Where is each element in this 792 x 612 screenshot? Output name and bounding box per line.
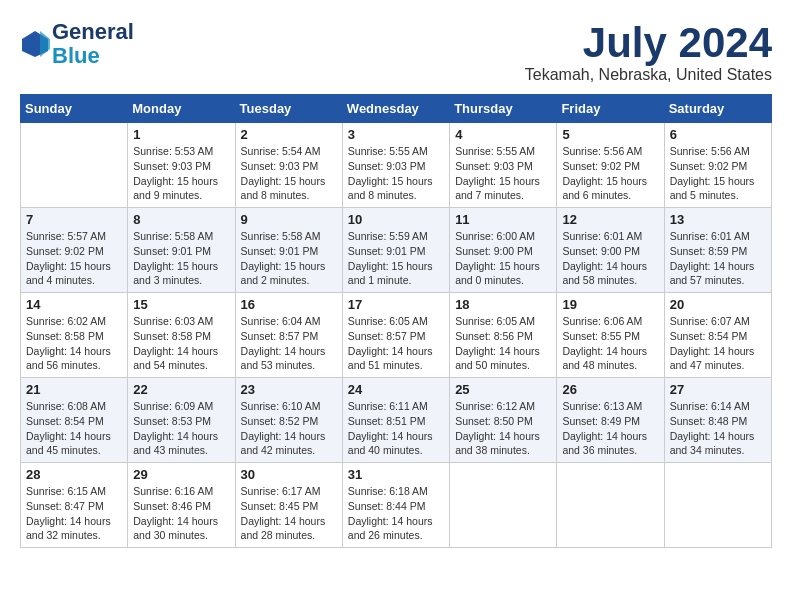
day-number: 10: [348, 212, 444, 227]
calendar-cell: 20 Sunrise: 6:07 AMSunset: 8:54 PMDaylig…: [664, 293, 771, 378]
svg-marker-1: [40, 31, 50, 57]
day-number: 8: [133, 212, 229, 227]
title-block: July 2024 Tekamah, Nebraska, United Stat…: [525, 20, 772, 84]
day-number: 26: [562, 382, 658, 397]
day-number: 21: [26, 382, 122, 397]
day-number: 20: [670, 297, 766, 312]
day-number: 11: [455, 212, 551, 227]
calendar-cell: 30 Sunrise: 6:17 AMSunset: 8:45 PMDaylig…: [235, 463, 342, 548]
day-number: 9: [241, 212, 337, 227]
calendar-cell: 16 Sunrise: 6:04 AMSunset: 8:57 PMDaylig…: [235, 293, 342, 378]
day-number: 29: [133, 467, 229, 482]
day-number: 5: [562, 127, 658, 142]
calendar-cell: [450, 463, 557, 548]
calendar-week-2: 7 Sunrise: 5:57 AMSunset: 9:02 PMDayligh…: [21, 208, 772, 293]
day-detail: Sunrise: 6:05 AMSunset: 8:56 PMDaylight:…: [455, 315, 540, 371]
day-detail: Sunrise: 6:16 AMSunset: 8:46 PMDaylight:…: [133, 485, 218, 541]
calendar-cell: 6 Sunrise: 5:56 AMSunset: 9:02 PMDayligh…: [664, 123, 771, 208]
calendar-cell: 1 Sunrise: 5:53 AMSunset: 9:03 PMDayligh…: [128, 123, 235, 208]
calendar-cell: [21, 123, 128, 208]
calendar-cell: 31 Sunrise: 6:18 AMSunset: 8:44 PMDaylig…: [342, 463, 449, 548]
weekday-header-sunday: Sunday: [21, 95, 128, 123]
day-detail: Sunrise: 6:02 AMSunset: 8:58 PMDaylight:…: [26, 315, 111, 371]
calendar-cell: 9 Sunrise: 5:58 AMSunset: 9:01 PMDayligh…: [235, 208, 342, 293]
calendar-cell: 10 Sunrise: 5:59 AMSunset: 9:01 PMDaylig…: [342, 208, 449, 293]
calendar-cell: 29 Sunrise: 6:16 AMSunset: 8:46 PMDaylig…: [128, 463, 235, 548]
day-number: 4: [455, 127, 551, 142]
calendar-cell: 26 Sunrise: 6:13 AMSunset: 8:49 PMDaylig…: [557, 378, 664, 463]
day-detail: Sunrise: 5:56 AMSunset: 9:02 PMDaylight:…: [670, 145, 755, 201]
calendar-cell: 23 Sunrise: 6:10 AMSunset: 8:52 PMDaylig…: [235, 378, 342, 463]
weekday-header-thursday: Thursday: [450, 95, 557, 123]
day-number: 22: [133, 382, 229, 397]
day-detail: Sunrise: 5:53 AMSunset: 9:03 PMDaylight:…: [133, 145, 218, 201]
day-detail: Sunrise: 6:12 AMSunset: 8:50 PMDaylight:…: [455, 400, 540, 456]
day-number: 16: [241, 297, 337, 312]
weekday-header-saturday: Saturday: [664, 95, 771, 123]
calendar-cell: 2 Sunrise: 5:54 AMSunset: 9:03 PMDayligh…: [235, 123, 342, 208]
day-detail: Sunrise: 6:03 AMSunset: 8:58 PMDaylight:…: [133, 315, 218, 371]
day-number: 28: [26, 467, 122, 482]
day-detail: Sunrise: 5:56 AMSunset: 9:02 PMDaylight:…: [562, 145, 647, 201]
day-detail: Sunrise: 6:09 AMSunset: 8:53 PMDaylight:…: [133, 400, 218, 456]
day-number: 13: [670, 212, 766, 227]
day-number: 3: [348, 127, 444, 142]
calendar-cell: 8 Sunrise: 5:58 AMSunset: 9:01 PMDayligh…: [128, 208, 235, 293]
calendar-cell: 25 Sunrise: 6:12 AMSunset: 8:50 PMDaylig…: [450, 378, 557, 463]
day-detail: Sunrise: 5:57 AMSunset: 9:02 PMDaylight:…: [26, 230, 111, 286]
calendar-cell: 13 Sunrise: 6:01 AMSunset: 8:59 PMDaylig…: [664, 208, 771, 293]
day-detail: Sunrise: 5:54 AMSunset: 9:03 PMDaylight:…: [241, 145, 326, 201]
calendar-cell: 24 Sunrise: 6:11 AMSunset: 8:51 PMDaylig…: [342, 378, 449, 463]
weekday-header-wednesday: Wednesday: [342, 95, 449, 123]
day-detail: Sunrise: 6:11 AMSunset: 8:51 PMDaylight:…: [348, 400, 433, 456]
day-number: 23: [241, 382, 337, 397]
month-title: July 2024: [525, 20, 772, 66]
calendar-cell: 18 Sunrise: 6:05 AMSunset: 8:56 PMDaylig…: [450, 293, 557, 378]
day-detail: Sunrise: 6:01 AMSunset: 8:59 PMDaylight:…: [670, 230, 755, 286]
calendar-cell: 28 Sunrise: 6:15 AMSunset: 8:47 PMDaylig…: [21, 463, 128, 548]
day-detail: Sunrise: 6:17 AMSunset: 8:45 PMDaylight:…: [241, 485, 326, 541]
calendar-table: SundayMondayTuesdayWednesdayThursdayFrid…: [20, 94, 772, 548]
weekday-header-row: SundayMondayTuesdayWednesdayThursdayFrid…: [21, 95, 772, 123]
day-number: 15: [133, 297, 229, 312]
calendar-cell: 27 Sunrise: 6:14 AMSunset: 8:48 PMDaylig…: [664, 378, 771, 463]
calendar-cell: [557, 463, 664, 548]
calendar-cell: 22 Sunrise: 6:09 AMSunset: 8:53 PMDaylig…: [128, 378, 235, 463]
day-detail: Sunrise: 6:06 AMSunset: 8:55 PMDaylight:…: [562, 315, 647, 371]
calendar-cell: [664, 463, 771, 548]
day-number: 17: [348, 297, 444, 312]
day-number: 14: [26, 297, 122, 312]
day-detail: Sunrise: 6:01 AMSunset: 9:00 PMDaylight:…: [562, 230, 647, 286]
calendar-week-5: 28 Sunrise: 6:15 AMSunset: 8:47 PMDaylig…: [21, 463, 772, 548]
day-number: 12: [562, 212, 658, 227]
page-header: GeneralBlue July 2024 Tekamah, Nebraska,…: [20, 20, 772, 84]
day-detail: Sunrise: 5:55 AMSunset: 9:03 PMDaylight:…: [455, 145, 540, 201]
day-number: 24: [348, 382, 444, 397]
calendar-cell: 15 Sunrise: 6:03 AMSunset: 8:58 PMDaylig…: [128, 293, 235, 378]
day-detail: Sunrise: 6:04 AMSunset: 8:57 PMDaylight:…: [241, 315, 326, 371]
day-detail: Sunrise: 6:10 AMSunset: 8:52 PMDaylight:…: [241, 400, 326, 456]
calendar-cell: 3 Sunrise: 5:55 AMSunset: 9:03 PMDayligh…: [342, 123, 449, 208]
day-number: 31: [348, 467, 444, 482]
day-detail: Sunrise: 5:58 AMSunset: 9:01 PMDaylight:…: [241, 230, 326, 286]
calendar-cell: 11 Sunrise: 6:00 AMSunset: 9:00 PMDaylig…: [450, 208, 557, 293]
day-detail: Sunrise: 6:05 AMSunset: 8:57 PMDaylight:…: [348, 315, 433, 371]
weekday-header-monday: Monday: [128, 95, 235, 123]
weekday-header-friday: Friday: [557, 95, 664, 123]
weekday-header-tuesday: Tuesday: [235, 95, 342, 123]
calendar-cell: 12 Sunrise: 6:01 AMSunset: 9:00 PMDaylig…: [557, 208, 664, 293]
day-detail: Sunrise: 5:59 AMSunset: 9:01 PMDaylight:…: [348, 230, 433, 286]
day-detail: Sunrise: 6:15 AMSunset: 8:47 PMDaylight:…: [26, 485, 111, 541]
day-number: 6: [670, 127, 766, 142]
day-number: 18: [455, 297, 551, 312]
day-detail: Sunrise: 6:18 AMSunset: 8:44 PMDaylight:…: [348, 485, 433, 541]
location: Tekamah, Nebraska, United States: [525, 66, 772, 84]
calendar-cell: 5 Sunrise: 5:56 AMSunset: 9:02 PMDayligh…: [557, 123, 664, 208]
day-number: 19: [562, 297, 658, 312]
calendar-cell: 7 Sunrise: 5:57 AMSunset: 9:02 PMDayligh…: [21, 208, 128, 293]
logo-icon: [20, 29, 50, 59]
day-number: 1: [133, 127, 229, 142]
calendar-cell: 17 Sunrise: 6:05 AMSunset: 8:57 PMDaylig…: [342, 293, 449, 378]
calendar-cell: 14 Sunrise: 6:02 AMSunset: 8:58 PMDaylig…: [21, 293, 128, 378]
calendar-week-1: 1 Sunrise: 5:53 AMSunset: 9:03 PMDayligh…: [21, 123, 772, 208]
